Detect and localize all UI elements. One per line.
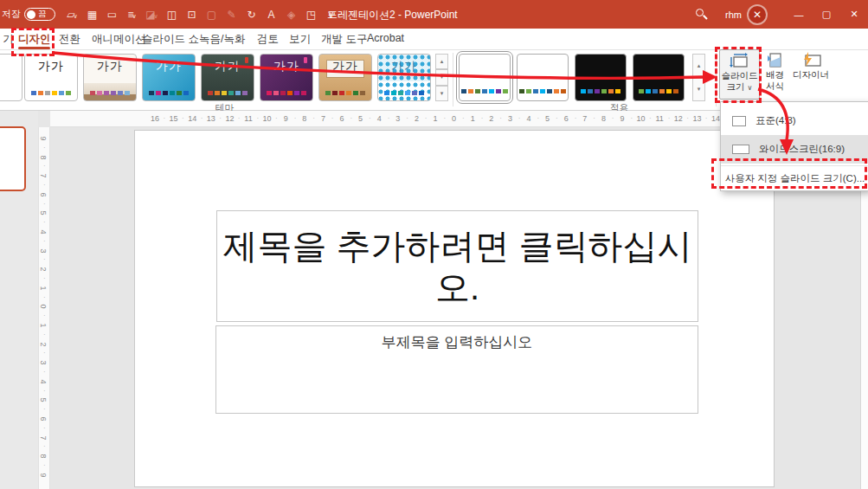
tab-animations[interactable]: 애니메이션	[92, 32, 146, 47]
theme-sample-text: 가가	[143, 59, 195, 74]
menu-item-standard[interactable]: 표준(4:3)	[721, 106, 868, 135]
theme-gallery-scrollbar[interactable]: ▴▾▾	[435, 54, 448, 101]
autosave-toggle[interactable]: 저장 끔	[2, 8, 55, 21]
format-background-button[interactable]: 배경 서식	[762, 49, 788, 100]
slide-thumbnail-selected[interactable]	[0, 126, 26, 191]
color-dot	[222, 91, 227, 95]
lock-icon[interactable]: ◈	[281, 9, 301, 21]
designer-button[interactable]: 디자이너	[792, 49, 830, 100]
ruler-number: 6	[39, 416, 48, 421]
ruler-number: 1	[433, 114, 437, 123]
tab-partial[interactable]: 기	[3, 32, 14, 47]
ruler-tick: ·	[43, 255, 46, 263]
theme-partial[interactable]	[0, 54, 23, 101]
color-dot	[97, 91, 102, 95]
gallery-scroll-down-icon[interactable]: ▾	[435, 69, 448, 85]
ruler-tick: ·	[369, 114, 371, 122]
color-dot	[646, 89, 651, 93]
gallery-scroll-down-icon[interactable]: ▾	[435, 86, 448, 101]
close-button[interactable]: ✕	[840, 0, 868, 29]
color-dot	[287, 91, 293, 95]
tab-design[interactable]: 디자인	[18, 32, 51, 47]
tab-transitions[interactable]: 전환	[59, 32, 80, 47]
doc-export-icon[interactable]: ◫	[162, 9, 182, 21]
ruler-number: 3	[395, 114, 400, 123]
theme-office[interactable]: 가가	[24, 54, 78, 101]
minimize-button[interactable]: —	[785, 0, 813, 29]
title-placeholder[interactable]: 제목을 추가하려면 클릭하십시오.	[216, 210, 698, 322]
avatar[interactable]: ✕	[749, 6, 766, 23]
color-dot	[503, 89, 508, 93]
variant-4[interactable]	[633, 54, 685, 101]
menu-item-widescreen[interactable]: 와이드스크린(16:9)	[721, 135, 868, 164]
theme-slice[interactable]: 가가	[142, 54, 196, 101]
variant-2[interactable]	[517, 54, 569, 101]
color-dot	[215, 91, 220, 95]
ruler-number: 14	[188, 114, 196, 123]
color-dot	[608, 89, 614, 93]
color-dot	[482, 89, 487, 93]
color-dot	[273, 91, 279, 95]
ruler-tick: ·	[43, 312, 46, 319]
color-dot	[526, 89, 531, 93]
tab-acrobat[interactable]: Acrobat	[367, 32, 404, 44]
doc-import-icon[interactable]: ⊡	[182, 9, 202, 21]
tab-slideshow[interactable]: 슬라이드 쇼	[142, 32, 199, 47]
color-dot	[125, 91, 130, 95]
ruler-number: 5	[39, 398, 48, 402]
shapes-icon[interactable]: ▱∨	[62, 9, 82, 21]
ruler-number: 6	[339, 114, 344, 123]
color-dot	[391, 91, 396, 95]
tab-review[interactable]: 검토	[257, 32, 279, 47]
color-dot	[294, 91, 299, 95]
gallery-scroll-down-icon[interactable]: ▾	[692, 78, 705, 102]
theme-ion[interactable]: 가가	[260, 54, 313, 101]
ruler-tick: ·	[43, 349, 46, 357]
ruler-tick: ·	[668, 114, 671, 122]
rotate-icon[interactable]: ↻	[241, 9, 261, 21]
slide-size-button[interactable]: 슬라이드 크기 ∨	[719, 49, 760, 100]
gallery-scroll-up-icon[interactable]: ▴	[435, 54, 448, 69]
theme-droplet[interactable]: 가가	[377, 54, 431, 101]
theme-badge[interactable]: 가가	[201, 54, 254, 101]
color-dot	[412, 91, 417, 95]
ruler-number: 2	[489, 114, 493, 123]
ruler-tick: ·	[201, 114, 203, 122]
font-icon[interactable]: A	[261, 9, 281, 21]
menu-item-label: 와이드스크린(16:9)	[759, 143, 845, 156]
ruler-tick: ·	[163, 114, 165, 122]
maximize-button[interactable]: ▢	[813, 0, 840, 29]
variant-3[interactable]	[575, 54, 627, 101]
autosave-pill[interactable]: 끔	[24, 8, 55, 21]
variant-gallery-scrollbar[interactable]: ▴▾	[692, 54, 705, 101]
ruler-number: 13	[692, 114, 701, 123]
ruler-number: 7	[582, 114, 587, 123]
user-name: rhm	[725, 10, 742, 20]
slide[interactable]: 제목을 추가하려면 클릭하십시오. 부제목을 입력하십시오	[134, 130, 775, 487]
color-dot	[653, 89, 658, 93]
list-icon[interactable]: ≡∨	[122, 9, 142, 21]
layout-grid-icon[interactable]: ▦	[82, 9, 102, 21]
color-dot	[547, 89, 552, 93]
color-dot	[170, 91, 175, 95]
theme-wood[interactable]: 가가	[318, 54, 372, 101]
slide-size-mini-icon[interactable]: ◳	[301, 9, 321, 21]
search-icon[interactable]	[692, 5, 711, 24]
tab-record[interactable]: 녹음/녹화	[199, 32, 245, 47]
variant-1[interactable]	[459, 54, 511, 101]
gallery-scroll-up-icon[interactable]: ▴	[692, 54, 705, 78]
color-dot	[104, 91, 109, 95]
tab-devtools[interactable]: 개발 도구	[321, 32, 367, 47]
theme-gallery[interactable]: 가가	[83, 54, 137, 101]
ruler-tick: ·	[256, 114, 259, 122]
chevron-down-icon: ∨	[132, 13, 136, 19]
eraser-icon[interactable]: ◪∨	[142, 9, 162, 21]
menu-item-custom-slide-size[interactable]: 사용자 지정 슬라이드 크기(C)...	[721, 165, 868, 190]
tab-view[interactable]: 보기	[289, 32, 311, 47]
monitor-icon[interactable]: ▭	[102, 9, 122, 21]
frame-icon[interactable]: ▢	[202, 9, 222, 21]
pen-icon[interactable]: ✎	[222, 9, 241, 21]
subtitle-placeholder[interactable]: 부제목을 입력하십시오	[215, 325, 698, 414]
color-dot	[235, 91, 241, 95]
variant-color-dots	[581, 89, 620, 93]
